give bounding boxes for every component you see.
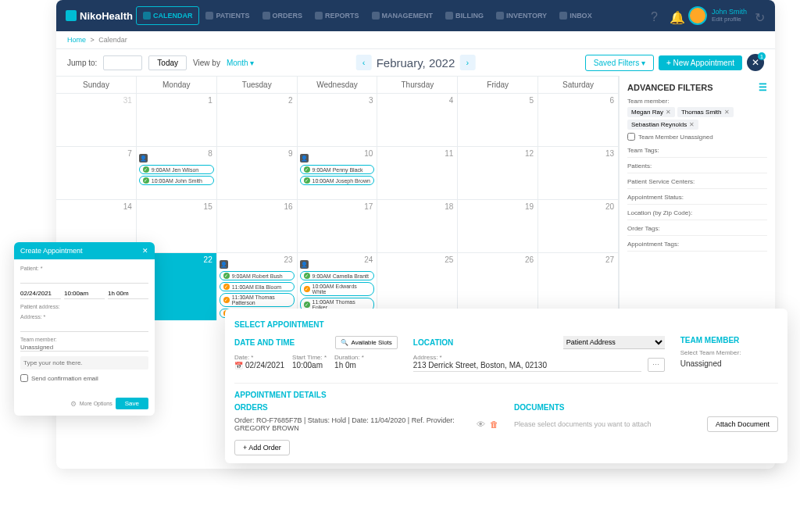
filter-row[interactable]: Team Tags: bbox=[627, 147, 767, 158]
calendar-cell[interactable]: 3 bbox=[298, 93, 378, 146]
calendar-cell[interactable]: 18 bbox=[377, 199, 458, 252]
chip-remove-icon[interactable]: ✕ bbox=[689, 121, 695, 128]
filter-row[interactable]: Patient Service Centers: bbox=[627, 178, 767, 189]
available-slots-button[interactable]: 🔍 Available Slots bbox=[335, 336, 397, 349]
calendar-cell[interactable]: 20 bbox=[538, 199, 619, 252]
calendar-cell[interactable]: 6 bbox=[538, 93, 619, 146]
bell-icon[interactable]: 🔔 bbox=[670, 10, 680, 21]
saved-filters-button[interactable]: Saved Filters ▾ bbox=[585, 55, 654, 71]
nav-patients[interactable]: PATIENTS bbox=[199, 6, 255, 25]
close-filters-button[interactable]: ✕1 bbox=[747, 54, 764, 71]
next-month-button[interactable]: › bbox=[459, 55, 475, 70]
calendar-cell[interactable]: 9 bbox=[217, 146, 298, 199]
calendar-cell[interactable]: 11 bbox=[377, 146, 458, 199]
calendar-event[interactable]: ✓9:00AM Camella Brantt bbox=[300, 271, 375, 280]
calendar-cell[interactable]: 10👤✓9:00AM Penny Black✓10:00AM Joseph Br… bbox=[298, 146, 378, 199]
calendar-cell[interactable]: 16 bbox=[217, 199, 298, 252]
calendar-cell[interactable]: 13 bbox=[538, 146, 619, 199]
team-member-value[interactable]: Unassigned bbox=[680, 359, 778, 368]
filter-chip[interactable]: Megan Ray ✕ bbox=[627, 107, 675, 117]
day-header: Thursday bbox=[377, 77, 458, 93]
breadcrumb-home[interactable]: Home bbox=[67, 36, 86, 44]
today-button[interactable]: Today bbox=[148, 55, 187, 70]
delete-order-icon[interactable]: 🗑 bbox=[490, 420, 498, 429]
modal-date-input[interactable] bbox=[20, 288, 61, 299]
calendar-cell[interactable]: 2 bbox=[217, 93, 298, 146]
calendar-cell[interactable]: 31 bbox=[56, 93, 137, 146]
filters-panel: ADVANCED FILTERS ☰ Team member: Megan Ra… bbox=[619, 76, 775, 320]
team-member-heading: TEAM MEMBER bbox=[680, 336, 740, 345]
modal-address-input[interactable] bbox=[20, 321, 148, 332]
modal-close-icon[interactable]: ✕ bbox=[142, 247, 148, 255]
create-appointment-modal: Create Appointment ✕ Patient: * Patient … bbox=[14, 242, 155, 416]
chip-remove-icon[interactable]: ✕ bbox=[666, 109, 671, 116]
more-options-link[interactable]: More Options bbox=[80, 401, 112, 406]
calendar-cell[interactable]: 5 bbox=[458, 93, 538, 146]
nav-inventory[interactable]: INVENTORY bbox=[490, 6, 553, 25]
user-menu[interactable]: John Smith Edit profile bbox=[688, 6, 747, 25]
calendar-cell[interactable]: 19 bbox=[458, 199, 538, 252]
save-button[interactable]: Save bbox=[116, 398, 148, 409]
date-value[interactable]: 02/24/2021 bbox=[245, 361, 284, 370]
add-order-button[interactable]: + Add Order bbox=[234, 440, 290, 455]
filter-row[interactable]: Patients: bbox=[627, 162, 767, 173]
nav-calendar[interactable]: CALENDAR bbox=[136, 6, 200, 25]
view-order-icon[interactable]: 👁 bbox=[477, 420, 485, 429]
filter-row[interactable]: Appointment Status: bbox=[627, 194, 767, 205]
address-more-button[interactable]: ⋯ bbox=[648, 358, 665, 372]
modal-tm-value[interactable]: Unassigned bbox=[20, 344, 148, 352]
filter-chip[interactable]: Thomas Smith ✕ bbox=[677, 107, 734, 117]
location-heading: LOCATION bbox=[413, 338, 453, 347]
help-icon[interactable]: ? bbox=[651, 10, 662, 21]
calendar-event[interactable]: ✓10:00AM Joseph Brown bbox=[300, 176, 375, 185]
gear-icon[interactable]: ⚙ bbox=[70, 400, 77, 408]
filter-toggle-icon[interactable]: ☰ bbox=[759, 82, 767, 93]
viewby-label: View by bbox=[193, 59, 220, 67]
calendar-cell[interactable]: 1 bbox=[137, 93, 217, 146]
calendar-cell[interactable]: 8👤✓9:00AM Jen Wilson✓10:00AM John Smith bbox=[137, 146, 217, 199]
prev-month-button[interactable]: ‹ bbox=[356, 55, 372, 70]
filter-chip[interactable]: Sebastian Reynolds ✕ bbox=[627, 120, 698, 130]
calendar-event[interactable]: ✓11:30AM Thomas Patterson bbox=[220, 293, 295, 307]
calendar-event[interactable]: ✓9:00AM Jen Wilson bbox=[139, 165, 214, 174]
nav-orders[interactable]: ORDERS bbox=[256, 6, 309, 25]
modal-duration-input[interactable] bbox=[108, 288, 148, 299]
calendar-cell[interactable]: 12 bbox=[458, 146, 538, 199]
calendar-event[interactable]: ✓9:00AM Robert Bush bbox=[220, 271, 295, 280]
logout-icon[interactable]: ↻ bbox=[755, 10, 766, 21]
start-value[interactable]: 10:00am bbox=[292, 361, 327, 370]
calendar-icon[interactable]: 📅 bbox=[234, 362, 243, 370]
person-icon: 👤 bbox=[139, 154, 148, 162]
modal-notes-input[interactable] bbox=[20, 356, 148, 370]
calendar-event[interactable]: ✓10:00AM Edwards White bbox=[300, 282, 375, 296]
nav-management[interactable]: MANAGEMENT bbox=[366, 6, 440, 25]
confirm-email-checkbox[interactable]: Send confirmation email bbox=[20, 374, 148, 382]
attach-document-button[interactable]: Attach Document bbox=[707, 416, 778, 432]
nav-reports[interactable]: REPORTS bbox=[309, 6, 366, 25]
modal-start-input[interactable] bbox=[64, 288, 105, 299]
new-appointment-button[interactable]: + New Appointment bbox=[659, 55, 742, 70]
calendar-cell[interactable]: 4 bbox=[377, 93, 458, 146]
calendar-event[interactable]: ✓9:00AM Penny Black bbox=[300, 165, 375, 174]
address-value[interactable]: 213 Derrick Street, Boston, MA, 02130 bbox=[413, 361, 641, 372]
unassigned-checkbox[interactable]: Team Member Unassigned bbox=[627, 133, 767, 141]
calendar-event[interactable]: ✓10:00AM John Smith bbox=[139, 176, 214, 185]
logo: NikoHealth bbox=[66, 10, 133, 22]
toolbar: Jump to: Today View by Month ▾ ‹ Februar… bbox=[56, 49, 775, 76]
calendar-cell[interactable]: 7 bbox=[56, 146, 137, 199]
filter-row[interactable]: Order Tags: bbox=[627, 225, 767, 236]
calendar-event[interactable]: ✓11:00AM Ella Bloom bbox=[220, 282, 295, 291]
nav-inbox[interactable]: INBOX bbox=[553, 6, 598, 25]
location-type-select[interactable]: Patient Address bbox=[563, 336, 665, 349]
filter-row[interactable]: Appointment Tags: bbox=[627, 241, 767, 252]
nav-billing[interactable]: BILLING bbox=[439, 6, 490, 25]
viewby-select[interactable]: Month ▾ bbox=[227, 59, 255, 67]
calendar-cell[interactable]: 17 bbox=[298, 199, 378, 252]
patient-input[interactable] bbox=[20, 273, 148, 284]
filter-row[interactable]: Location (by Zip Code): bbox=[627, 209, 767, 220]
orders-heading: ORDERS bbox=[234, 403, 268, 412]
jumpto-input[interactable] bbox=[103, 55, 142, 70]
duration-value[interactable]: 1h 0m bbox=[334, 361, 364, 370]
chip-remove-icon[interactable]: ✕ bbox=[724, 109, 730, 116]
person-icon: 👤 bbox=[220, 260, 228, 269]
